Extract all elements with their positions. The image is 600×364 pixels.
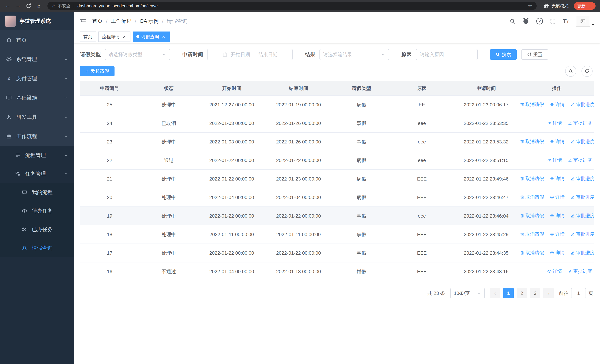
cell-start-time: 2022-01-22 00:00:00: [198, 244, 265, 262]
app-logo[interactable]: 芋道管理系统: [0, 12, 74, 30]
trash-icon: [520, 214, 525, 218]
trash-icon: [520, 251, 525, 255]
trash-icon: [520, 139, 525, 144]
breadcrumb-item[interactable]: 请假查询: [167, 18, 188, 25]
header-search-icon[interactable]: [510, 18, 516, 24]
cancel-leave-link[interactable]: 取消请假: [520, 101, 544, 107]
approval-progress-link[interactable]: 审批进度: [568, 157, 592, 163]
view-tab[interactable]: 流程详情 ×: [98, 31, 131, 42]
search-button[interactable]: 搜索: [490, 49, 517, 60]
detail-link[interactable]: 详情: [550, 231, 565, 237]
cell-apply-id: 24: [80, 114, 139, 132]
pagination: 共 23 条 10条/页 ‹ 123 › 前往 页: [80, 288, 594, 299]
breadcrumb-item[interactable]: 工作流程: [111, 18, 140, 25]
approval-progress-link[interactable]: 审批进度: [570, 231, 594, 237]
view-tab[interactable]: 首页: [80, 31, 96, 42]
browser-reload-button[interactable]: [24, 1, 33, 11]
close-icon[interactable]: ×: [122, 34, 127, 39]
cancel-leave-link[interactable]: 取消请假: [520, 194, 544, 200]
sidebar-item-payment-mgmt[interactable]: ¥ 支付管理: [0, 69, 74, 88]
cancel-leave-link[interactable]: 取消请假: [520, 250, 544, 256]
github-icon[interactable]: [523, 18, 529, 24]
cell-apply-time: 2022-01-22 23:43:16: [453, 262, 520, 281]
detail-link[interactable]: 详情: [547, 157, 562, 163]
sidebar-item-infrastructure[interactable]: 基础设施: [0, 88, 74, 107]
sidebar-item-task-mgmt[interactable]: 任务管理: [0, 165, 74, 183]
browser-update-button[interactable]: 更新 ⋮: [574, 2, 596, 10]
cell-status: 不通过: [139, 262, 198, 281]
cancel-leave-link[interactable]: 取消请假: [520, 213, 544, 219]
detail-link[interactable]: 详情: [550, 194, 565, 200]
view-tab[interactable]: 请假查询 ×: [133, 31, 170, 42]
breadcrumb-item[interactable]: 首页: [92, 18, 111, 25]
sidebar-toggle-button[interactable]: [80, 18, 86, 24]
approval-progress-link[interactable]: 审批进度: [570, 176, 594, 182]
detail-link[interactable]: 详情: [550, 101, 565, 107]
approval-progress-link[interactable]: 审批进度: [570, 213, 594, 219]
sidebar-item-leave-query[interactable]: 请假查询: [0, 239, 74, 257]
cell-apply-time: 2022-01-23 00:06:17: [453, 95, 520, 114]
detail-link[interactable]: 详情: [550, 213, 565, 219]
font-size-icon[interactable]: TT: [563, 18, 569, 24]
approval-progress-link[interactable]: 审批进度: [570, 101, 594, 107]
bookmark-star-icon[interactable]: ☆: [528, 3, 532, 9]
page-size-select[interactable]: 10条/页: [450, 288, 485, 299]
detail-link[interactable]: 详情: [550, 139, 565, 145]
detail-link[interactable]: 详情: [550, 176, 565, 182]
prev-page-button[interactable]: ‹: [490, 288, 500, 299]
reset-button[interactable]: 重置: [521, 49, 548, 60]
browser-home-button[interactable]: ⌂: [34, 1, 44, 11]
reason-input[interactable]: [416, 49, 478, 60]
browser-forward-button[interactable]: →: [13, 1, 23, 11]
goto-page-input[interactable]: [571, 288, 586, 299]
cancel-leave-link[interactable]: 取消请假: [520, 231, 544, 237]
address-bar[interactable]: ⚠ 不安全 dashboard.yudao.iocoder.cn/bpm/oa/…: [47, 2, 537, 10]
approval-progress-link[interactable]: 审批进度: [568, 120, 592, 126]
breadcrumb-item[interactable]: OA 示例: [140, 18, 167, 25]
approval-progress-link[interactable]: 审批进度: [570, 139, 594, 145]
result-select[interactable]: 请选择流结果: [319, 49, 389, 60]
create-leave-button[interactable]: + 发起请假: [80, 66, 114, 76]
cancel-leave-link[interactable]: 取消请假: [520, 139, 544, 145]
approval-progress-link[interactable]: 审批进度: [570, 250, 594, 256]
sidebar-item-home[interactable]: 首页: [0, 30, 74, 50]
sidebar-item-workflow[interactable]: 工作流程: [0, 127, 74, 146]
page-number-button[interactable]: 2: [517, 288, 527, 299]
cell-apply-time: 2022-01-22 23:46:47: [453, 188, 520, 207]
cell-end-time: 2022-01-26 00:00:00: [265, 114, 332, 132]
fullscreen-icon[interactable]: [550, 18, 556, 24]
sidebar-item-done-tasks[interactable]: 已办任务: [0, 220, 74, 239]
browser-back-button[interactable]: ←: [3, 1, 13, 11]
detail-link[interactable]: 详情: [547, 268, 562, 274]
page-number-button[interactable]: 1: [503, 288, 514, 299]
leave-type-select[interactable]: 请选择请假类型: [105, 49, 170, 60]
incognito-badge: 无痕模式: [543, 3, 569, 9]
browser-menu-icon[interactable]: ⋮: [588, 3, 592, 9]
yen-icon: ¥: [6, 76, 12, 82]
help-icon[interactable]: ?: [536, 18, 543, 24]
sidebar-item-dev-tools[interactable]: 研发工具: [0, 107, 74, 127]
next-page-button[interactable]: ›: [543, 288, 554, 299]
edit-icon: [568, 269, 572, 274]
approval-progress-link[interactable]: 审批进度: [570, 194, 594, 200]
sidebar-item-system-mgmt[interactable]: 系统管理: [0, 50, 74, 69]
column-header: 原因: [391, 81, 453, 95]
cancel-leave-link[interactable]: 取消请假: [520, 176, 544, 182]
cell-apply-id: 20: [80, 188, 139, 207]
detail-link[interactable]: 详情: [547, 120, 562, 126]
user-menu[interactable]: [576, 16, 594, 27]
close-icon[interactable]: ×: [161, 34, 166, 39]
refresh-table-button[interactable]: [581, 65, 593, 77]
show-search-button[interactable]: [565, 65, 576, 77]
cell-reason: EEE: [391, 262, 453, 281]
avatar[interactable]: [576, 16, 590, 27]
sidebar-item-todo-tasks[interactable]: 待办任务: [0, 202, 74, 220]
sidebar-item-process-mgmt[interactable]: 流程管理: [0, 146, 74, 165]
cell-leave-type: 病假: [332, 188, 391, 207]
chevron-down-icon: [477, 291, 481, 295]
apply-time-range-picker[interactable]: 开始日期 - 结束日期: [207, 49, 293, 60]
sidebar-item-my-processes[interactable]: 我的流程: [0, 183, 74, 202]
page-number-button[interactable]: 3: [530, 288, 540, 299]
approval-progress-link[interactable]: 审批进度: [568, 268, 592, 274]
detail-link[interactable]: 详情: [550, 250, 565, 256]
